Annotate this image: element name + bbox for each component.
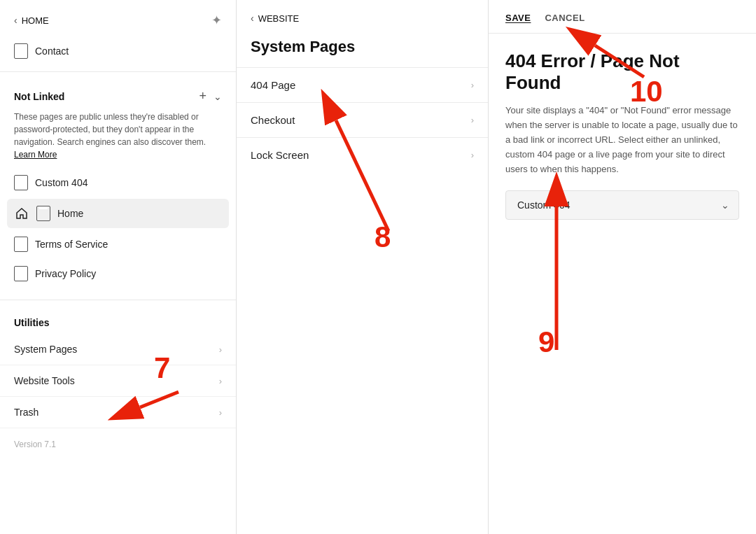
chevron-404: ›	[471, 80, 474, 90]
add-icon[interactable]: +	[199, 89, 206, 104]
system-page-lockscreen[interactable]: Lock Screen ›	[237, 137, 488, 172]
right-page-title: 404 Error / Page Not Found	[505, 50, 739, 94]
utilities-title: Utilities	[0, 317, 236, 334]
not-linked-desc: These pages are public unless they're di…	[0, 108, 236, 168]
save-button[interactable]: SAVE	[505, 13, 531, 23]
back-home-link[interactable]: ‹ HOME	[14, 15, 49, 26]
left-panel-header: ‹ HOME ✦	[0, 0, 236, 36]
left-panel: ‹ HOME ✦ Contact Not Linked + ⌄ These pa…	[0, 0, 237, 534]
chevron-lockscreen: ›	[471, 150, 474, 160]
utilities-section: Utilities System Pages › Website Tools ›…	[0, 306, 236, 428]
system-page-404[interactable]: 404 Page ›	[237, 67, 488, 102]
right-panel-header: SAVE CANCEL	[489, 0, 756, 34]
home-icon-wrap	[14, 206, 29, 221]
nav-tos-label: Terms of Service	[35, 239, 108, 250]
nav-item-home[interactable]: Home	[7, 199, 229, 228]
page-icon-custom404	[14, 175, 28, 190]
middle-panel-header: ‹ WEBSITE	[237, 0, 488, 32]
version-text: Version 7.1	[0, 428, 236, 461]
util-item-trash[interactable]: Trash ›	[0, 397, 236, 428]
nav-contact-label: Contact	[35, 45, 69, 57]
page-icon-home	[36, 206, 50, 221]
section-controls: + ⌄	[199, 89, 222, 104]
nav-item-privacy[interactable]: Privacy Policy	[0, 259, 236, 288]
nav-home-label: Home	[57, 208, 83, 219]
chevron-down-icon[interactable]: ⌄	[214, 91, 222, 102]
system-page-checkout[interactable]: Checkout ›	[237, 102, 488, 137]
system-page-404-label: 404 Page	[251, 79, 295, 91]
chevron-right-icon: ›	[219, 344, 222, 355]
divider	[0, 71, 236, 72]
right-content: 404 Error / Page Not Found Your site dis…	[489, 34, 756, 237]
not-linked-title: Not Linked	[14, 91, 64, 102]
chevron-checkout: ›	[471, 115, 474, 125]
nav-custom404-label: Custom 404	[35, 177, 88, 188]
divider-2	[0, 300, 236, 300]
nav-item-contact[interactable]: Contact	[0, 36, 236, 66]
sparkle-icon[interactable]: ✦	[211, 13, 222, 28]
page-icon	[14, 43, 28, 59]
util-website-tools-label: Website Tools	[14, 375, 75, 386]
nav-privacy-label: Privacy Policy	[35, 268, 96, 279]
not-linked-header: Not Linked + ⌄	[0, 78, 236, 108]
right-panel: SAVE CANCEL 404 Error / Page Not Found Y…	[489, 0, 756, 534]
middle-panel: ‹ WEBSITE System Pages 404 Page › Checko…	[237, 0, 489, 534]
middle-panel-title: System Pages	[237, 32, 488, 67]
back-home-label: HOME	[22, 15, 49, 26]
right-page-desc: Your site displays a "404" or "Not Found…	[505, 104, 739, 176]
util-system-pages-label: System Pages	[14, 344, 77, 355]
util-trash-label: Trash	[14, 407, 38, 418]
system-page-lockscreen-label: Lock Screen	[251, 149, 309, 161]
system-page-checkout-label: Checkout	[251, 114, 295, 126]
middle-back-label[interactable]: WEBSITE	[258, 13, 300, 24]
page-icon-privacy	[14, 266, 28, 281]
back-chevron-icon: ‹	[14, 15, 18, 26]
nav-item-custom404[interactable]: Custom 404	[0, 168, 236, 197]
page-icon-tos	[14, 237, 28, 252]
util-item-website-tools[interactable]: Website Tools ›	[0, 365, 236, 397]
custom404-dropdown[interactable]: Custom 404 Default 404	[505, 190, 739, 220]
chevron-right-icon-2: ›	[219, 376, 222, 386]
learn-more-link[interactable]: Learn More	[14, 150, 57, 160]
middle-back-chevron: ‹	[251, 13, 254, 24]
chevron-right-icon-3: ›	[219, 407, 222, 418]
custom404-dropdown-wrap: Custom 404 Default 404 ⌄	[505, 190, 739, 220]
nav-item-tos[interactable]: Terms of Service	[0, 230, 236, 259]
util-item-system-pages[interactable]: System Pages ›	[0, 334, 236, 365]
cancel-button[interactable]: CANCEL	[545, 13, 584, 23]
